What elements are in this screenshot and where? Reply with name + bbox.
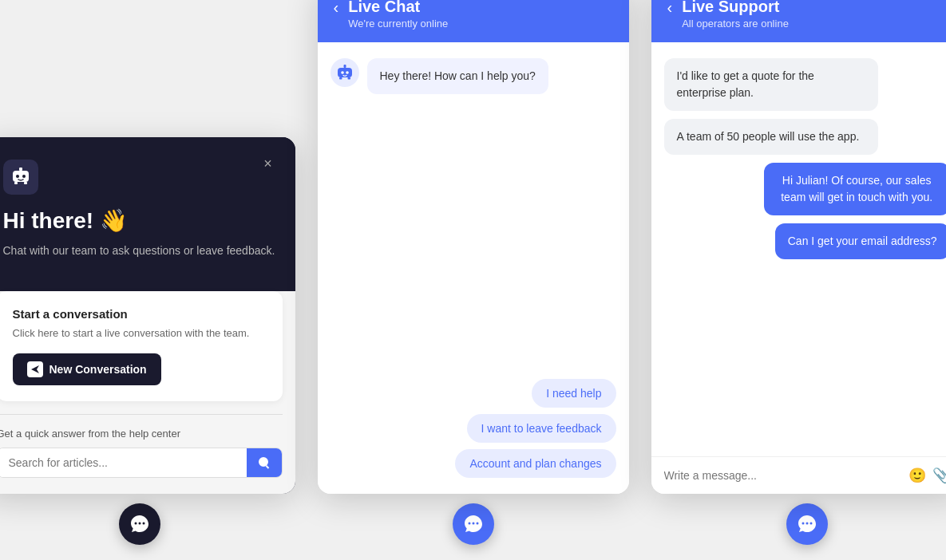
- divider: [0, 414, 283, 415]
- livesupport-body: I'd like to get a quote for the enterpri…: [651, 42, 947, 456]
- livesupport-title: Live Support: [682, 0, 789, 16]
- bot-avatar: [331, 58, 359, 87]
- input-icons: 🙂 📎: [908, 467, 947, 484]
- new-conv-label: New Conversation: [49, 363, 147, 376]
- option-help[interactable]: I need help: [532, 379, 615, 408]
- livesupport-widget: ‹ Live Support All operators are online …: [651, 0, 947, 494]
- svg-rect-13: [339, 77, 342, 80]
- chat-input-bar: 🙂 📎: [651, 456, 947, 494]
- bot-bubble: Hey there! How can I help you?: [367, 58, 548, 94]
- svg-point-15: [468, 523, 470, 525]
- livechat-back-button[interactable]: ‹: [334, 0, 339, 15]
- subtext: Chat with our team to ask questions or l…: [3, 243, 276, 259]
- message-input[interactable]: [664, 469, 902, 482]
- svg-point-20: [809, 523, 812, 525]
- svg-point-7: [138, 523, 141, 525]
- svg-point-17: [476, 523, 478, 525]
- livesupport-back-button[interactable]: ‹: [667, 0, 673, 15]
- svg-rect-3: [19, 168, 22, 171]
- svg-point-1: [16, 175, 19, 178]
- greeting-text: Hi there! 👋: [3, 207, 276, 235]
- chat-options: I need help I want to leave feedback Acc…: [331, 379, 616, 478]
- send-icon: [27, 361, 43, 377]
- user-message-2: A team of 50 people will use the app.: [664, 119, 879, 155]
- close-button[interactable]: ×: [257, 153, 279, 175]
- search-box: [0, 448, 283, 478]
- home-body: Start a conversation Click here to start…: [0, 291, 295, 495]
- bot-message: Hey there! How can I help you?: [331, 58, 616, 94]
- livechat-header: ‹ Live Chat We're currently online: [318, 0, 629, 42]
- option-account[interactable]: Account and plan changes: [455, 449, 615, 478]
- widget-logo: [3, 160, 38, 195]
- new-conversation-button[interactable]: New Conversation: [13, 353, 161, 385]
- svg-point-11: [346, 71, 349, 74]
- svg-rect-5: [24, 182, 27, 184]
- livechat-widget: ‹ Live Chat We're currently online: [318, 0, 629, 494]
- livechat-fab[interactable]: [453, 503, 494, 545]
- search-input[interactable]: [0, 448, 247, 477]
- svg-point-8: [142, 523, 144, 525]
- card-desc: Click here to start a live conversation …: [13, 325, 267, 341]
- svg-rect-4: [14, 182, 18, 184]
- livesupport-header-info: Live Support All operators are online: [682, 0, 789, 30]
- home-widget: × Hi there! 👋 Chat with our team to ask …: [0, 137, 295, 494]
- livesupport-fab[interactable]: [786, 503, 828, 545]
- svg-point-18: [802, 523, 804, 525]
- svg-point-10: [341, 71, 344, 74]
- livechat-status: We're currently online: [348, 18, 448, 30]
- livesupport-header: ‹ Live Support All operators are online: [651, 0, 947, 42]
- user-message-1: I'd like to get a quote for the enterpri…: [664, 58, 879, 111]
- svg-point-6: [134, 523, 137, 525]
- attachment-icon[interactable]: 📎: [932, 467, 947, 484]
- svg-point-16: [472, 523, 474, 525]
- svg-point-2: [22, 175, 26, 178]
- search-button[interactable]: [247, 448, 282, 477]
- livechat-title: Live Chat: [348, 0, 448, 16]
- livesupport-status: All operators are online: [682, 18, 789, 30]
- livechat-body: Hey there! How can I help you? I need he…: [318, 42, 629, 494]
- option-feedback[interactable]: I want to leave feedback: [467, 414, 616, 443]
- svg-rect-12: [343, 65, 346, 68]
- card-title: Start a conversation: [13, 307, 267, 321]
- agent-message-2: Can I get your email address?: [775, 223, 946, 259]
- svg-rect-14: [347, 77, 350, 80]
- agent-message-1: Hi Julian! Of course, our sales team wil…: [764, 163, 946, 215]
- home-header: × Hi there! 👋 Chat with our team to ask …: [0, 137, 295, 275]
- svg-point-19: [805, 523, 808, 525]
- emoji-icon[interactable]: 🙂: [908, 467, 926, 484]
- livechat-header-info: Live Chat We're currently online: [348, 0, 448, 30]
- home-fab[interactable]: [119, 503, 160, 545]
- help-section: Get a quick answer from the help center: [0, 428, 295, 478]
- conversation-card: Start a conversation Click here to start…: [0, 291, 283, 402]
- help-label: Get a quick answer from the help center: [0, 428, 283, 440]
